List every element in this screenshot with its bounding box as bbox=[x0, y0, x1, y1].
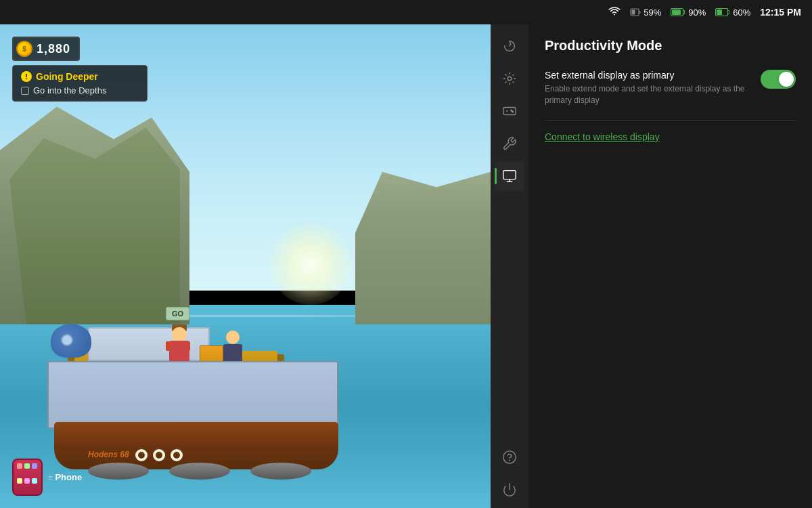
boat-cabin bbox=[88, 327, 210, 361]
svg-rect-1 bbox=[632, 10, 635, 15]
boat-name: Hodens 68 bbox=[88, 450, 129, 459]
app-dot-3 bbox=[32, 463, 37, 469]
battery-group-1: 59% bbox=[630, 7, 661, 18]
main-content: SHOP GO Hodens 68 bbox=[0, 24, 812, 508]
quest-objective-text: Go into the Depths bbox=[33, 85, 106, 96]
icon-sidebar bbox=[491, 24, 528, 508]
settings-icon bbox=[502, 71, 517, 86]
svg-rect-5 bbox=[717, 9, 722, 15]
settings-title: Productivity Mode bbox=[545, 38, 796, 54]
character-1 bbox=[169, 327, 189, 364]
phone-apps-grid bbox=[17, 463, 38, 491]
svg-point-12 bbox=[510, 460, 510, 461]
display-icon bbox=[502, 169, 517, 184]
svg-rect-10 bbox=[503, 171, 516, 179]
external-display-label: Set external display as primary bbox=[545, 70, 750, 81]
app-dot-1 bbox=[17, 463, 22, 469]
wifi-icon bbox=[608, 7, 621, 18]
quest-title: ! Going Deeper bbox=[21, 71, 139, 82]
tools-icon bbox=[502, 136, 517, 151]
app-dot-4 bbox=[17, 478, 22, 484]
cliff-right bbox=[355, 172, 491, 324]
time-display: 12:15 PM bbox=[760, 7, 801, 18]
sidebar-item-display[interactable] bbox=[495, 161, 524, 191]
settings-content: Productivity Mode Set external display a… bbox=[528, 24, 812, 508]
boat: SHOP GO Hodens 68 bbox=[34, 320, 359, 469]
go-button[interactable]: GO bbox=[166, 307, 189, 320]
pontoon-mid bbox=[169, 463, 230, 480]
sidebar-item-tools[interactable] bbox=[495, 129, 524, 158]
svg-point-11 bbox=[503, 451, 516, 463]
quest-box: ! Going Deeper Go into the Depths bbox=[12, 65, 148, 102]
pontoon-right bbox=[250, 463, 311, 480]
wireless-display-row: Connect to wireless display bbox=[545, 131, 796, 142]
quest-title-text: Going Deeper bbox=[36, 71, 98, 82]
life-preservers bbox=[135, 449, 183, 461]
help-icon bbox=[502, 450, 517, 465]
external-display-section: Set external display as primary Enable e… bbox=[545, 70, 796, 142]
sidebar-item-gamepad[interactable] bbox=[495, 96, 524, 126]
phone-label: ≡ Phone bbox=[48, 472, 82, 482]
battery-group-3: 60% bbox=[715, 7, 750, 18]
external-display-desc: Enable extend mode and set the external … bbox=[545, 83, 750, 106]
coin-amount: 1,880 bbox=[37, 42, 70, 56]
life-preserver-2 bbox=[153, 449, 165, 461]
boat-deck bbox=[47, 361, 338, 429]
pontoon-left bbox=[88, 463, 149, 480]
toggle-knob bbox=[779, 72, 794, 87]
status-bar: 59% 90% 60% 12:15 PM bbox=[0, 0, 812, 24]
svg-point-6 bbox=[508, 77, 512, 81]
performance-icon bbox=[502, 39, 517, 54]
app-dot-2 bbox=[24, 463, 30, 469]
coin-icon: $ bbox=[16, 41, 32, 57]
phone-image bbox=[12, 459, 43, 496]
battery-3-percent: 60% bbox=[733, 7, 750, 18]
svg-rect-3 bbox=[672, 9, 681, 15]
coin-counter: $ 1,880 bbox=[12, 37, 80, 61]
life-preserver-3 bbox=[171, 449, 183, 461]
power-icon bbox=[502, 482, 517, 497]
divider bbox=[545, 120, 796, 121]
gamepad-icon bbox=[502, 104, 517, 119]
app-dot-5 bbox=[24, 478, 30, 484]
app-dot-6 bbox=[32, 478, 37, 484]
external-display-row: Set external display as primary Enable e… bbox=[545, 70, 796, 106]
phone-menu-icon: ≡ bbox=[48, 473, 52, 482]
cliff-left bbox=[0, 106, 189, 324]
wireless-display-link[interactable]: Connect to wireless display bbox=[545, 131, 660, 142]
external-display-toggle[interactable] bbox=[761, 70, 796, 89]
svg-rect-7 bbox=[503, 108, 516, 115]
game-area: SHOP GO Hodens 68 bbox=[0, 24, 491, 508]
sidebar-item-performance[interactable] bbox=[495, 31, 524, 61]
external-display-text: Set external display as primary Enable e… bbox=[545, 70, 750, 106]
sub-eye bbox=[61, 334, 73, 346]
phone-hud[interactable]: ≡ Phone bbox=[12, 459, 82, 496]
side-panel: Productivity Mode Set external display a… bbox=[491, 24, 812, 508]
sidebar-item-help[interactable] bbox=[495, 446, 524, 475]
mountains-layer bbox=[0, 106, 491, 324]
character-2 bbox=[223, 331, 242, 364]
quest-icon: ! bbox=[21, 71, 32, 82]
phone-label-text: Phone bbox=[55, 472, 82, 482]
sidebar-item-settings[interactable] bbox=[495, 64, 524, 93]
submarine-equipment bbox=[51, 324, 91, 358]
quest-objective: Go into the Depths bbox=[21, 85, 139, 96]
battery-group-2: 90% bbox=[671, 7, 706, 18]
sidebar-item-power[interactable] bbox=[495, 478, 524, 508]
svg-point-8 bbox=[511, 110, 512, 111]
svg-point-9 bbox=[512, 111, 514, 112]
life-preserver-1 bbox=[135, 449, 148, 461]
battery-1-percent: 59% bbox=[644, 7, 661, 18]
battery-2-percent: 90% bbox=[688, 7, 706, 18]
quest-checkbox[interactable] bbox=[21, 87, 29, 95]
